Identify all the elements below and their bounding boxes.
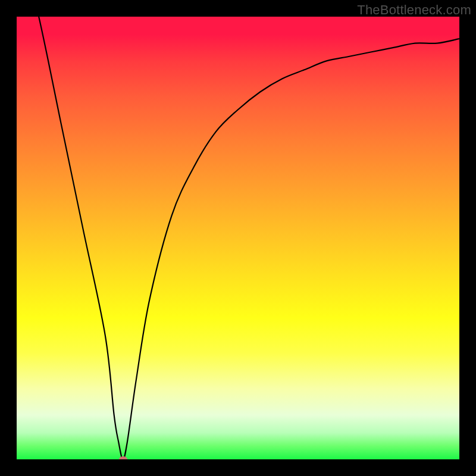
minimum-marker — [119, 456, 127, 459]
plot-area — [17, 17, 459, 459]
chart-frame: TheBottleneck.com — [0, 0, 476, 476]
bottleneck-curve — [17, 17, 459, 459]
watermark-text: TheBottleneck.com — [357, 2, 471, 18]
